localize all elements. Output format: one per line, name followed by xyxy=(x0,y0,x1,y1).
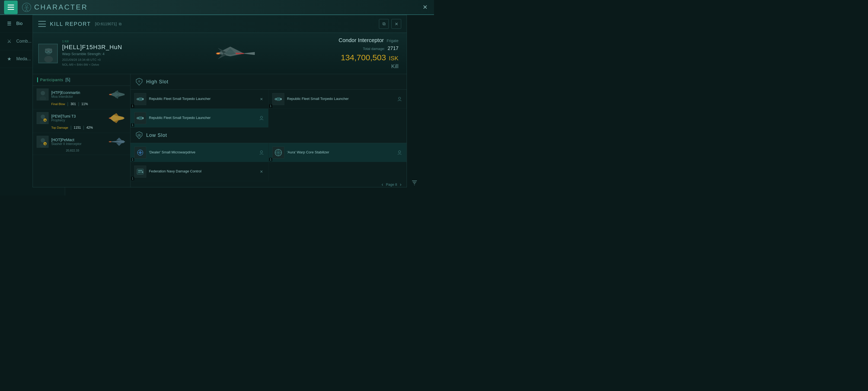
page-label: Page 8 xyxy=(386,183,397,187)
participants-header: Participants [5] xyxy=(33,74,130,86)
vitruvian-icon xyxy=(22,2,31,12)
participant-top: ★ [HOT]PeMact Slasher II Interceptor xyxy=(37,136,126,148)
export-button[interactable]: ⧉ xyxy=(379,19,389,29)
slot-section-header: High Slot xyxy=(130,74,407,90)
participant-ship: Slasher II Interceptor xyxy=(51,142,82,146)
svg-rect-91 xyxy=(138,172,141,173)
svg-point-48 xyxy=(109,141,112,142)
low-slot-section: Low Slot 1 xyxy=(130,128,407,181)
participant-top: [HTP]Econmartin Moa Interdictor xyxy=(37,88,126,101)
menu-button[interactable] xyxy=(4,1,18,14)
sidebar-label-bio: Bio xyxy=(16,21,23,26)
kill-banner: 1 Kill [HELL]F15H3R_HuN Warp Scramble St… xyxy=(33,33,407,74)
svg-marker-46 xyxy=(116,138,122,140)
slots-panel: High Slot 1 xyxy=(130,74,407,187)
header-menu-button[interactable] xyxy=(38,21,46,27)
svg-rect-90 xyxy=(138,170,143,171)
svg-point-78 xyxy=(260,151,262,153)
slot-item[interactable]: 1 xyxy=(269,143,407,162)
kill-report-title: KILL REPORT xyxy=(50,21,91,27)
participant-bottom: Top Damage | 1151 | 42% xyxy=(37,125,126,130)
svg-rect-59 xyxy=(275,99,276,100)
svg-rect-94 xyxy=(413,182,416,183)
participant-name: [HTP]Econmartin xyxy=(51,90,80,95)
svg-rect-96 xyxy=(414,185,415,185)
participant-name: [PEW]Tumi T3 xyxy=(51,114,76,118)
participant-avatar: ★ xyxy=(37,112,49,124)
app-title: CHARACTER xyxy=(34,3,88,11)
slot-item[interactable]: 1 Republic Fleet Small Torpedo Launcher xyxy=(269,90,407,109)
copy-icon[interactable]: ⧉ xyxy=(119,22,122,26)
final-blow-badge: Final Blow xyxy=(51,102,65,106)
ship-type: Condor Interceptor Frigate xyxy=(339,37,399,44)
participant-damage: 1151 xyxy=(74,126,81,130)
svg-point-87 xyxy=(399,151,401,153)
slot-item-name: Federation Navy Damage Control xyxy=(149,169,256,174)
slot-item[interactable]: 1 Republic Fleet Small Torpedo Launcher xyxy=(130,90,269,109)
participant-bottom: Final Blow | 301 | 11% xyxy=(37,102,126,107)
character-title-area: CHARACTER xyxy=(22,2,88,12)
slot-item[interactable]: 1 Federation Navy Damage Control ✕ xyxy=(130,162,269,181)
low-slot-icon xyxy=(135,131,144,140)
low-slot-grid: 1 'Dealer' Sm xyxy=(130,143,407,181)
filter-button[interactable] xyxy=(411,179,418,187)
slot-item-icon xyxy=(134,93,146,105)
participant-percent: 11% xyxy=(82,102,88,106)
kill-report-panel: KILL REPORT [ID:6119071] ⧉ ⧉ ✕ xyxy=(33,15,407,187)
header-close-button[interactable]: ✕ xyxy=(392,19,401,29)
medals-icon: ★ xyxy=(5,55,13,63)
slot-item-status: ✕ xyxy=(258,96,265,102)
slot-item-icon xyxy=(134,112,146,124)
low-slot-title: Low Slot xyxy=(146,133,167,138)
svg-point-25 xyxy=(41,91,45,95)
kill-count: 1 Kill xyxy=(62,40,122,43)
svg-rect-56 xyxy=(139,97,142,101)
qty-badge: 1 xyxy=(269,158,272,161)
svg-rect-67 xyxy=(139,116,142,120)
ship-image-area xyxy=(126,38,334,68)
svg-marker-47 xyxy=(116,143,122,146)
filter-icon xyxy=(411,179,418,186)
svg-rect-95 xyxy=(414,183,415,184)
participant-info: [PEW]Tumi T3 Prophecy xyxy=(51,114,76,122)
participants-title: Participants xyxy=(40,78,63,82)
svg-line-5 xyxy=(27,9,28,11)
participant-info: [HOT]PeMact Slasher II Interceptor xyxy=(51,138,82,146)
total-damage-label: Total damage: 2717 xyxy=(339,46,399,51)
slot-section-header: Low Slot xyxy=(130,128,407,143)
slot-item[interactable]: 1 Republic Fleet Small Torpedo Launcher xyxy=(130,109,269,128)
participant-bottom: 20,822.33 xyxy=(37,149,126,152)
participant-info: [HTP]Econmartin Moa Interdictor xyxy=(51,90,80,99)
bottom-content: Participants [5] xyxy=(33,74,407,187)
participants-panel: Participants [5] xyxy=(33,74,130,187)
slot-item-icon xyxy=(134,166,146,177)
app-close-button[interactable]: ✕ xyxy=(420,2,430,12)
slot-item-name: Republic Fleet Small Torpedo Launcher xyxy=(287,97,394,101)
top-bar: CHARACTER ✕ xyxy=(0,0,434,15)
prev-page-button[interactable]: ‹ xyxy=(382,181,383,187)
kill-report-id: [ID:6119071] ⧉ xyxy=(95,22,122,26)
high-slot-grid: 1 Republic Fleet Small Torpedo Launcher xyxy=(130,90,407,128)
qty-badge: 1 xyxy=(131,158,134,161)
participant-damage: 301 xyxy=(70,102,76,106)
participant-item[interactable]: ★ [PEW]Tumi T3 Prophecy xyxy=(33,109,130,133)
svg-rect-54 xyxy=(136,99,138,100)
svg-point-1 xyxy=(26,5,28,7)
slot-item[interactable]: 1 'Dealer' Sm xyxy=(130,143,269,162)
svg-rect-93 xyxy=(412,180,417,181)
next-page-button[interactable]: › xyxy=(400,181,401,187)
svg-rect-12 xyxy=(45,49,52,51)
participant-percent: 42% xyxy=(86,126,93,130)
pilot-avatar-svg xyxy=(39,44,58,63)
slot-item-name: Republic Fleet Small Torpedo Launcher xyxy=(149,116,256,120)
participant-item[interactable]: [HTP]Econmartin Moa Interdictor xyxy=(33,86,130,109)
qty-badge: 1 xyxy=(131,104,134,108)
slot-item-name: 'Dealer' Small Microwarpdrive xyxy=(149,150,256,155)
svg-point-82 xyxy=(277,151,279,154)
participants-count: [5] xyxy=(65,77,70,82)
qty-badge: 1 xyxy=(131,123,134,127)
svg-point-8 xyxy=(44,56,53,62)
participant-item[interactable]: ★ [HOT]PeMact Slasher II Interceptor xyxy=(33,133,130,155)
qty-badge: 1 xyxy=(269,104,272,108)
svg-point-55 xyxy=(142,98,144,100)
